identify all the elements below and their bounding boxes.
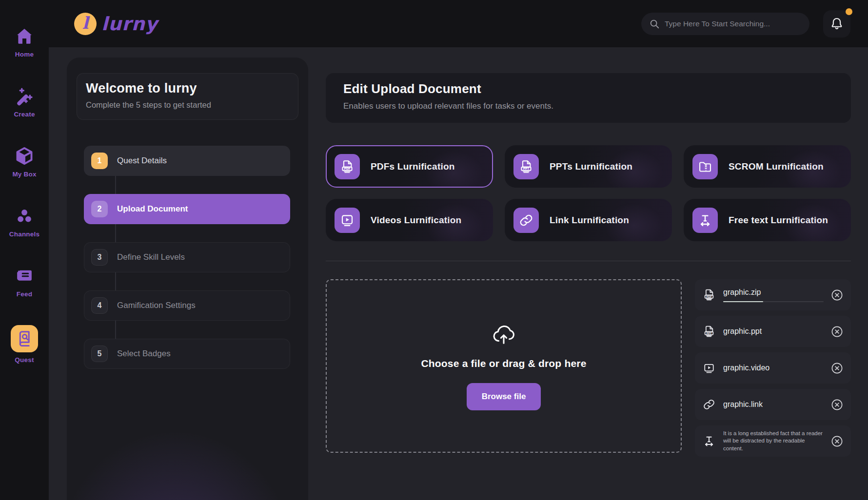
free-text-icon <box>702 434 716 448</box>
wizard-header: Welcome to lurny Complete the 5 steps to… <box>77 73 298 120</box>
sidebar-item-quest[interactable]: Quest <box>11 325 38 364</box>
zip-folder-icon <box>692 154 718 179</box>
step-number-badge: 2 <box>91 201 108 217</box>
step-select-badges[interactable]: 5 Select Badges <box>84 339 290 369</box>
file-row: It is a long established fact that a rea… <box>695 425 851 457</box>
step-define-skill-levels[interactable]: 3 Define Skill Levels <box>84 242 290 272</box>
file-dropzone[interactable]: Choose a file or drag & drop here Browse… <box>326 279 682 453</box>
step-number-badge: 1 <box>91 153 108 169</box>
step-number-badge: 4 <box>91 297 108 314</box>
option-label: Videos Lurnification <box>371 215 461 226</box>
uploaded-files-list: PDF graphic.zip <box>695 279 851 457</box>
link-icon <box>513 208 539 233</box>
svg-text:PPT: PPT <box>706 332 712 335</box>
step-upload-document[interactable]: 2 Upload Document <box>84 194 290 224</box>
step-label: Define Skill Levels <box>117 252 185 262</box>
file-name: graphic.zip <box>723 288 824 297</box>
file-row: graphic.video <box>695 352 851 384</box>
ppt-file-icon: PPT <box>702 324 716 339</box>
sidebar-item-label: My Box <box>12 171 36 178</box>
option-label: Link Lurnification <box>550 215 629 226</box>
sidebar-item-label: Feed <box>17 290 32 298</box>
lurnification-options: PDF PDFs Lurnification PPT PPTs L <box>326 145 851 241</box>
home-icon <box>14 25 35 47</box>
step-quest-details[interactable]: 1 Quest Details <box>84 146 290 176</box>
feed-icon <box>14 265 35 287</box>
file-name: graphic.link <box>723 400 824 409</box>
logo-wordmark: lurny <box>101 13 158 35</box>
sidebar-item-channels[interactable]: Channels <box>9 205 39 238</box>
section-divider <box>326 261 851 261</box>
option-free-text-lurnification[interactable]: Free text Lurnification <box>684 199 851 241</box>
option-label: PDFs Lurnification <box>371 161 455 172</box>
dropzone-text: Choose a file or drag & drop here <box>421 358 586 369</box>
sidebar-item-my-box[interactable]: My Box <box>12 145 36 178</box>
sidebar: Home Create My Box <box>0 0 49 500</box>
file-row: PDF graphic.zip <box>695 279 851 310</box>
sidebar-item-feed[interactable]: Feed <box>14 265 35 298</box>
svg-text:PDF: PDF <box>344 167 350 170</box>
file-name: graphic.video <box>723 364 824 372</box>
sidebar-item-create[interactable]: Create <box>14 85 35 118</box>
sidebar-item-label: Channels <box>9 231 39 238</box>
upload-progress-fill <box>723 301 763 302</box>
option-pdfs-lurnification[interactable]: PDF PDFs Lurnification <box>326 145 493 188</box>
page-subtitle: Enables users to upload relevant files f… <box>343 101 833 111</box>
search-icon <box>649 19 660 29</box>
notifications-button[interactable] <box>823 10 850 38</box>
search-input[interactable] <box>665 19 802 28</box>
wizard-steps: 1 Quest Details 2 Upload Document 3 Defi… <box>84 146 290 387</box>
svg-text:PDF: PDF <box>706 295 712 298</box>
option-scrom-lurnification[interactable]: SCROM Lurnification <box>684 145 851 188</box>
step-label: Select Badges <box>117 349 171 359</box>
pdf-file-icon: PDF <box>335 154 360 179</box>
remove-file-button[interactable] <box>829 361 844 375</box>
step-label: Gamification Settings <box>117 301 196 310</box>
main-content: Welcome to lurny Complete the 5 steps to… <box>49 47 868 500</box>
upload-progress-track <box>723 301 824 302</box>
option-videos-lurnification[interactable]: Videos Lurnification <box>326 199 493 241</box>
remove-file-button[interactable] <box>829 397 844 412</box>
quest-book-icon <box>11 325 38 352</box>
remove-file-button[interactable] <box>829 288 844 302</box>
file-name: graphic.ppt <box>723 327 824 336</box>
step-number-badge: 3 <box>91 249 108 266</box>
remove-file-button[interactable] <box>829 324 844 339</box>
step-gamification-settings[interactable]: 4 Gamification Settings <box>84 290 290 321</box>
notification-dot <box>846 8 852 15</box>
sidebar-item-label: Create <box>14 111 35 118</box>
option-label: Free text Lurnification <box>729 215 828 226</box>
wizard-subtitle: Complete the 5 steps to get started <box>86 100 289 110</box>
cloud-upload-icon <box>491 322 516 347</box>
app-logo[interactable]: l lurny <box>74 13 158 35</box>
ppt-file-icon: PPT <box>513 154 539 179</box>
step-number-badge: 5 <box>91 346 108 362</box>
option-link-lurnification[interactable]: Link Lurnification <box>505 199 672 241</box>
free-text-icon <box>692 208 718 233</box>
magic-wand-icon <box>14 85 35 107</box>
option-ppts-lurnification[interactable]: PPT PPTs Lurnification <box>505 145 672 188</box>
wizard-title: Welcome to lurny <box>86 81 289 96</box>
step-label: Upload Document <box>117 204 188 214</box>
sidebar-item-home[interactable]: Home <box>14 25 35 58</box>
bell-icon <box>829 17 844 31</box>
video-icon <box>335 208 360 233</box>
file-name: It is a long established fact that a rea… <box>723 430 824 453</box>
file-row: PPT graphic.ppt <box>695 316 851 347</box>
step-label: Quest Details <box>117 156 167 166</box>
wizard-panel: Welcome to lurny Complete the 5 steps to… <box>67 58 308 500</box>
video-icon <box>702 361 716 375</box>
svg-text:PPT: PPT <box>523 167 530 170</box>
pdf-file-icon: PDF <box>702 288 716 302</box>
option-label: SCROM Lurnification <box>729 161 824 172</box>
sidebar-item-label: Quest <box>15 356 34 364</box>
cube-icon <box>14 145 35 167</box>
logo-circle-icon: l <box>74 13 97 35</box>
browse-file-button[interactable]: Browse file <box>467 383 541 410</box>
page-title: Edit Upload Document <box>343 81 833 96</box>
remove-file-button[interactable] <box>829 434 844 448</box>
file-row: graphic.link <box>695 389 851 420</box>
sidebar-item-label: Home <box>15 51 34 58</box>
search-bar[interactable] <box>641 13 809 35</box>
topbar: l lurny <box>0 0 868 47</box>
